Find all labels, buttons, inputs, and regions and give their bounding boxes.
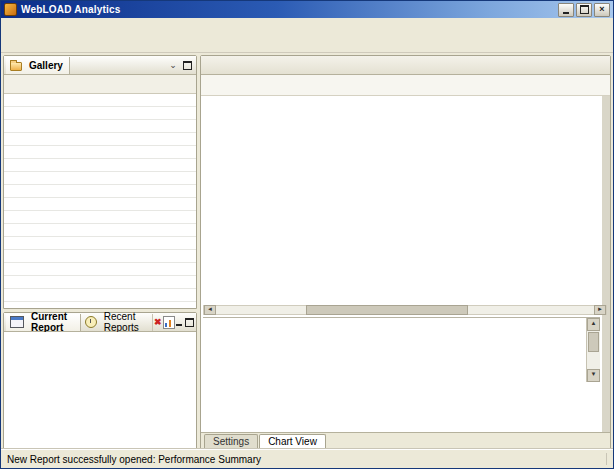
window-title: WebLOAD Analytics [21, 4, 558, 15]
gallery-toolbar [4, 75, 196, 94]
performance-chart [203, 96, 613, 304]
statistics-table: ▲ ▼ [203, 317, 600, 382]
app-window: WebLOAD Analytics × Gallery ⌄ [0, 0, 614, 469]
tab-recent-reports[interactable]: Recent Reports [81, 314, 153, 331]
close-report-icon[interactable]: ✖ [153, 316, 163, 329]
status-message: New Report successfully opened: Performa… [7, 454, 261, 465]
gallery-maximize-icon[interactable] [180, 59, 194, 72]
report-panel-maximize-icon[interactable] [184, 316, 194, 329]
editor-content: ◄ ► ▲ ▼ [201, 96, 610, 432]
horizontal-scrollbar[interactable]: ◄ ► [203, 305, 607, 315]
gallery-tree [4, 94, 196, 308]
status-divider [606, 453, 607, 465]
main-toolbar [1, 33, 613, 53]
current-report-panel: Current Report Recent Reports ✖ [3, 312, 197, 449]
editor-tab-bar [201, 56, 610, 75]
current-report-tree [4, 332, 196, 448]
editor-bottom-tabs: Settings Chart View [201, 432, 610, 448]
menu-bar [1, 18, 613, 33]
scroll-up-icon[interactable]: ▲ [587, 318, 600, 331]
minimize-glyph [176, 324, 182, 326]
open-report-icon[interactable] [163, 316, 175, 329]
tab-chart-view[interactable]: Chart View [259, 434, 326, 448]
tab-gallery[interactable]: Gallery [6, 57, 70, 74]
minimize-button[interactable] [558, 3, 574, 17]
maximize-glyph [183, 61, 192, 70]
editor-area: ◄ ► ▲ ▼ Settings Chart View [200, 55, 611, 449]
maximize-icon [580, 5, 589, 14]
chart-toolbar [201, 75, 610, 96]
current-report-tab-label: Current Report [31, 311, 74, 333]
app-icon [4, 3, 17, 16]
vscrollbar-thumb[interactable] [588, 332, 599, 352]
left-column: Gallery ⌄ Current Report [3, 55, 197, 449]
scroll-left-icon[interactable]: ◄ [204, 305, 216, 315]
scrollbar-thumb[interactable] [306, 305, 468, 315]
vertical-scrollbar[interactable]: ▲ ▼ [586, 318, 600, 382]
workbench: Gallery ⌄ Current Report [1, 53, 613, 449]
close-button[interactable]: × [594, 3, 610, 17]
status-bar: New Report successfully opened: Performa… [1, 449, 613, 468]
scroll-right-icon[interactable]: ► [594, 305, 606, 315]
gallery-panel-header: Gallery ⌄ [4, 56, 196, 75]
report-icon [163, 316, 175, 329]
gallery-panel: Gallery ⌄ [3, 55, 197, 309]
maximize-button[interactable] [576, 3, 592, 17]
minimize-icon [563, 12, 569, 14]
gallery-icon [10, 62, 22, 71]
tab-current-report[interactable]: Current Report [6, 314, 81, 331]
title-bar[interactable]: WebLOAD Analytics × [1, 1, 613, 18]
current-report-icon [10, 316, 24, 328]
view-menu-chevron-icon[interactable]: ⌄ [166, 59, 180, 72]
chart-area [203, 96, 600, 304]
recent-reports-tab-label: Recent Reports [104, 311, 146, 333]
current-report-panel-header: Current Report Recent Reports ✖ [4, 313, 196, 332]
recent-reports-icon [85, 316, 97, 328]
scroll-down-icon[interactable]: ▼ [587, 369, 600, 382]
tab-settings[interactable]: Settings [204, 434, 258, 448]
report-panel-minimize-icon[interactable] [175, 316, 185, 329]
gallery-tab-label: Gallery [29, 60, 63, 71]
maximize-glyph [185, 318, 194, 327]
